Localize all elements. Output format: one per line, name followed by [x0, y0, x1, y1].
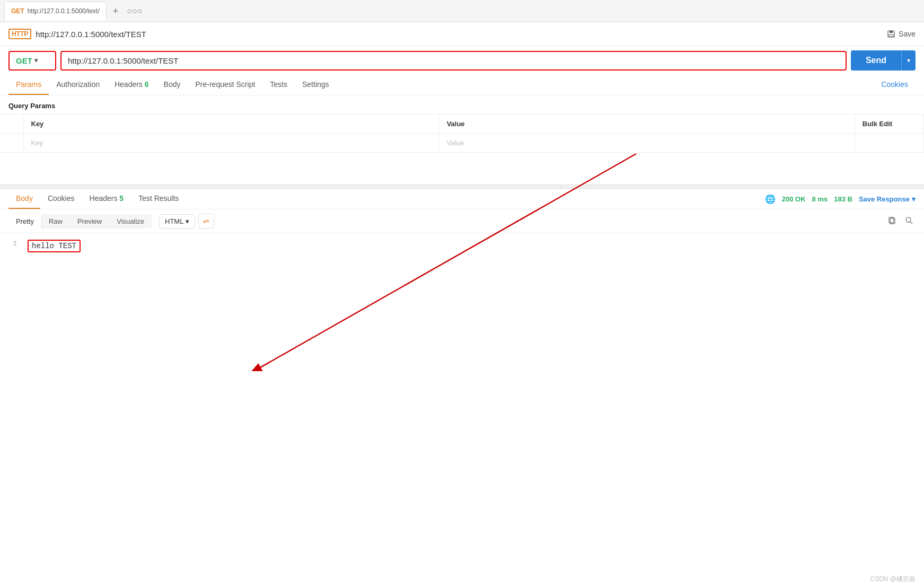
method-chevron-icon: ▾ — [34, 57, 38, 64]
add-tab-button[interactable]: + — [109, 6, 123, 16]
response-body-highlight: hello TEST — [28, 240, 81, 252]
params-table: Key Value Bulk Edit Key Value — [0, 114, 924, 153]
tab-params[interactable]: Params — [8, 75, 49, 95]
response-tab-headers[interactable]: Headers 5 — [82, 189, 131, 209]
request-row: GET ▾ http://127.0.0.1:5000/text/TEST Se… — [0, 46, 924, 75]
tab-body[interactable]: Body — [156, 75, 188, 95]
send-button[interactable]: Send — [851, 50, 901, 71]
row-key-input[interactable]: Key — [23, 134, 439, 153]
save-button[interactable]: Save — [887, 30, 916, 38]
response-status-area: 🌐 200 OK 8 ms 183 B Save Response ▾ — [765, 194, 916, 204]
params-col-key: Key — [23, 115, 439, 134]
view-preview-button[interactable]: Preview — [70, 214, 109, 229]
copy-icon — [888, 216, 896, 225]
svg-line-8 — [910, 222, 912, 224]
view-raw-button[interactable]: Raw — [41, 214, 70, 229]
globe-icon: 🌐 — [765, 194, 776, 204]
table-row: Key Value — [0, 134, 924, 153]
send-dropdown-button[interactable]: ▾ — [901, 50, 916, 71]
response-tab-cookies[interactable]: Cookies — [40, 189, 82, 209]
params-col-bulk-edit: Bulk Edit — [855, 115, 923, 134]
tab-url: http://127.0.0.1:5000/text/ — [28, 7, 100, 15]
section-divider — [0, 185, 924, 189]
line-content: hello TEST — [28, 240, 81, 252]
url-display: http://127.0.0.1:5000/text/TEST — [68, 56, 178, 65]
code-area: 1 hello TEST — [0, 233, 924, 259]
word-wrap-button[interactable]: ⇌ — [198, 214, 214, 229]
active-tab[interactable]: GET http://127.0.0.1:5000/text/ — [4, 2, 107, 21]
copy-response-button[interactable] — [886, 214, 899, 229]
tab-authorization[interactable]: Authorization — [49, 75, 107, 95]
http-badge: HTTP — [8, 29, 31, 39]
save-response-chevron-icon: ▾ — [912, 195, 916, 203]
params-col-value: Value — [439, 115, 855, 134]
url-bar-container: HTTP http://127.0.0.1:5000/text/TEST Sav… — [0, 22, 924, 46]
response-tab-test-results[interactable]: Test Results — [131, 189, 186, 209]
wrap-icon: ⇌ — [203, 217, 209, 225]
response-time: 8 ms — [812, 195, 828, 203]
tab-bar: GET http://127.0.0.1:5000/text/ + ○○○ — [0, 0, 924, 22]
view-visualize-button[interactable]: Visualize — [109, 214, 152, 229]
save-label: Save — [899, 30, 916, 38]
response-tabs-nav: Body Cookies Headers 5 Test Results 🌐 20… — [0, 189, 924, 209]
method-label: GET — [16, 56, 32, 65]
more-tabs-icon[interactable]: ○○○ — [122, 6, 146, 16]
response-status: 200 OK — [782, 195, 806, 203]
send-button-group: Send ▾ — [851, 50, 916, 71]
svg-rect-2 — [889, 34, 893, 37]
request-tabs-nav: Params Authorization Headers 6 Body Pre-… — [0, 75, 924, 95]
svg-rect-1 — [890, 31, 893, 33]
response-actions — [886, 214, 916, 229]
format-chevron-icon: ▾ — [186, 217, 189, 225]
tab-cookies[interactable]: Cookies — [874, 75, 916, 95]
code-line-1: 1 hello TEST — [8, 240, 916, 252]
view-pretty-button[interactable]: Pretty — [8, 214, 41, 229]
method-selector[interactable]: GET ▾ — [8, 51, 56, 71]
query-params-title: Query Params — [0, 95, 924, 114]
response-body-toolbar: Pretty Raw Preview Visualize HTML ▾ ⇌ — [0, 209, 924, 233]
url-title: http://127.0.0.1:5000/text/TEST — [36, 30, 883, 39]
search-response-button[interactable] — [903, 214, 916, 229]
params-col-checkbox — [0, 115, 23, 134]
tab-settings[interactable]: Settings — [295, 75, 337, 95]
format-label: HTML — [165, 217, 183, 225]
tab-pre-request-script[interactable]: Pre-request Script — [188, 75, 262, 95]
svg-point-7 — [906, 217, 911, 222]
save-icon — [887, 30, 895, 38]
response-size: 183 B — [834, 195, 852, 203]
row-value-input[interactable]: Value — [439, 134, 855, 153]
save-response-button[interactable]: Save Response ▾ — [859, 195, 916, 203]
watermark: CSDN @橘宫曲 — [870, 575, 916, 584]
tab-method: GET — [11, 7, 24, 15]
search-icon — [905, 216, 913, 225]
tab-tests[interactable]: Tests — [262, 75, 295, 95]
tab-headers[interactable]: Headers 6 — [107, 75, 156, 95]
row-bulk-edit — [855, 134, 923, 153]
row-checkbox[interactable] — [0, 134, 23, 153]
url-input[interactable]: http://127.0.0.1:5000/text/TEST — [60, 51, 847, 71]
format-selector[interactable]: HTML ▾ — [159, 214, 195, 229]
line-number: 1 — [8, 240, 17, 248]
response-tab-body[interactable]: Body — [8, 189, 40, 209]
response-headers-badge: 5 — [119, 194, 124, 203]
view-mode-group: Pretty Raw Preview Visualize — [8, 214, 152, 229]
